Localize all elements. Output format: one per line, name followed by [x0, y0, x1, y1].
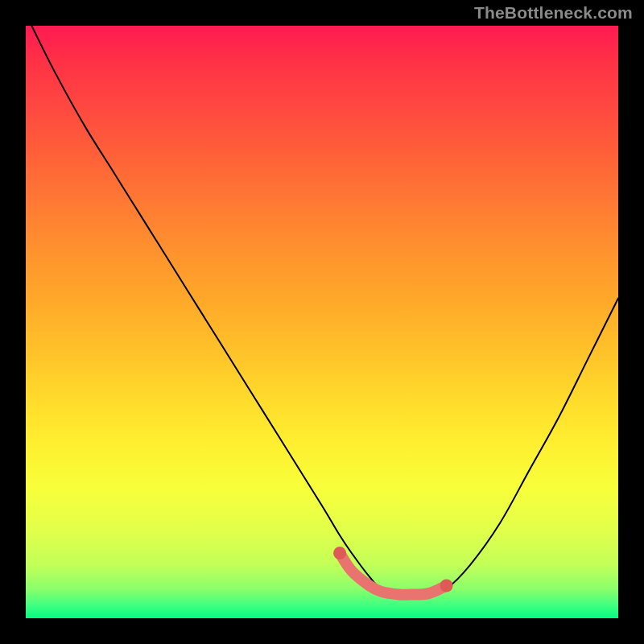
chart-stage: TheBottleneck.com	[0, 0, 644, 644]
gradient-plot-area	[26, 26, 618, 618]
optimal-range-end-dot	[333, 547, 346, 559]
bottleneck-curve	[31, 26, 618, 595]
optimal-range-end-dot	[440, 580, 453, 592]
curve-svg	[26, 26, 618, 618]
watermark-text: TheBottleneck.com	[474, 3, 633, 23]
